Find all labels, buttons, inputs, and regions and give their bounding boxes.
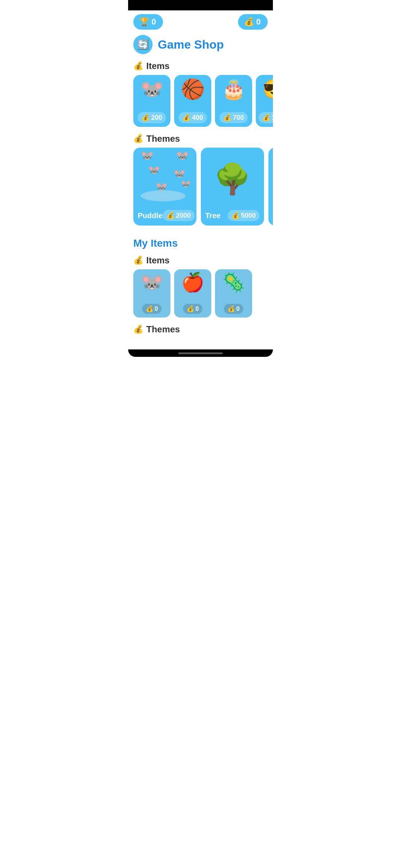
price-value: 700 [233, 114, 244, 122]
theme-card-puddle[interactable]: 🐭 🐭 🐭 🐭 🐭 🐭 Puddle 💰 2000 [133, 148, 196, 226]
price-coin-icon: 💰 [223, 114, 231, 122]
coin-badge: 💰 0 [238, 14, 268, 30]
theme-price-value: 5000 [241, 212, 256, 220]
my-themes-label: Themes [146, 324, 180, 335]
shop-item-emoji: 🏀 [181, 79, 205, 99]
top-bar: 🏆 0 💰 0 [128, 10, 273, 33]
theme-card-bottom: Tree 💰 5000 [205, 210, 260, 221]
themes-section-title: Themes [146, 134, 180, 144]
theme-price-tag: 💰 5000 [228, 210, 260, 221]
my-item-price-tag: 💰 0 [183, 304, 203, 314]
trophy-icon: 🏆 [139, 17, 149, 27]
my-items-label: Items [146, 255, 170, 266]
theme-price-coin-icon: 💰 [231, 211, 239, 220]
home-indicator [178, 352, 223, 354]
my-item-value: 0 [237, 306, 240, 312]
puddle-art: 🐭 🐭 🐭 🐭 🐭 🐭 [133, 148, 196, 211]
my-items-scroll[interactable]: 🐭 💰 0 🍎 💰 0 🦠 💰 0 [128, 269, 273, 322]
my-item-coin-icon: 💰 [228, 305, 235, 312]
price-value: 400 [192, 114, 203, 122]
price-value: 200 [151, 114, 162, 122]
back-icon: 🔄 [137, 39, 149, 50]
theme-card-bottom: Puddle 💰 2000 [138, 210, 192, 221]
price-tag: 💰 400 [179, 112, 207, 123]
my-item-coin-icon: 💰 [146, 305, 153, 312]
bottom-bar [128, 349, 273, 357]
theme-card-worm[interactable]: 🦠 Wor... 💰 ? [268, 148, 273, 226]
shop-item-mouse[interactable]: 🐭 💰 200 [133, 75, 170, 127]
shop-items-header: 💰 Items [128, 59, 273, 75]
my-item-coin-icon: 💰 [187, 305, 194, 312]
price-value: 1000 [272, 114, 273, 122]
page-title: Game Shop [158, 38, 224, 52]
my-item-emoji: 🦠 [222, 273, 245, 292]
theme-card-tree[interactable]: 🌳 Tree 💰 5000 [201, 148, 264, 226]
theme-name: Puddle [138, 211, 163, 220]
theme-art-tree: 🌳 [201, 148, 264, 211]
coin-count: 0 [256, 17, 261, 27]
items-section-icon: 💰 [133, 61, 143, 71]
coin-icon: 💰 [244, 17, 254, 27]
theme-name: Tree [205, 211, 221, 220]
theme-price-value: 2000 [176, 212, 191, 220]
trophy-badge: 🏆 0 [133, 14, 163, 30]
my-item-my-mouse[interactable]: 🐭 💰 0 [133, 269, 170, 318]
status-bar [128, 0, 273, 10]
themes-section-icon: 💰 [133, 134, 143, 144]
shop-item-cake[interactable]: 🎂 💰 700 [215, 75, 252, 127]
theme-price-tag: 💰 2000 [163, 210, 195, 221]
my-items-icon: 💰 [133, 256, 143, 265]
my-themes-icon: 💰 [133, 325, 143, 334]
back-button[interactable]: 🔄 [133, 35, 153, 54]
my-themes-header: 💰 Themes [128, 322, 273, 338]
shop-item-emoji: 🐭 [140, 79, 164, 99]
shop-items-scroll[interactable]: 🐭 💰 200 🏀 💰 400 🎂 💰 700 😎 💰 1000 [128, 75, 273, 131]
price-coin-icon: 💰 [262, 114, 270, 122]
shop-item-emoji: 😎 [263, 79, 273, 99]
my-item-price-tag: 💰 0 [142, 304, 162, 314]
my-item-value: 0 [196, 306, 199, 312]
price-tag: 💰 700 [219, 112, 248, 123]
page-header: 🔄 Game Shop [128, 33, 273, 59]
shop-themes-header: 💰 Themes [128, 131, 273, 148]
my-items-title: My Items [128, 234, 273, 253]
price-coin-icon: 💰 [141, 114, 150, 122]
theme-art-worm: 🦠 [268, 148, 273, 211]
my-item-emoji: 🍎 [181, 273, 204, 292]
shop-item-coolface[interactable]: 😎 💰 1000 [256, 75, 273, 127]
my-items-items-header: 💰 Items [128, 253, 273, 269]
my-item-price-tag: 💰 0 [224, 304, 244, 314]
theme-price-coin-icon: 💰 [166, 211, 175, 220]
my-item-my-apple[interactable]: 🍎 💰 0 [174, 269, 211, 318]
shop-themes-scroll[interactable]: 🐭 🐭 🐭 🐭 🐭 🐭 Puddle 💰 2000 🌳 Tree 💰 5000 [128, 148, 273, 231]
price-coin-icon: 💰 [182, 114, 190, 122]
my-item-value: 0 [155, 306, 158, 312]
items-section-title: Items [146, 61, 170, 71]
my-items-section: My Items 💰 Items 🐭 💰 0 🍎 💰 0 🦠 💰 0 💰 The… [128, 231, 273, 338]
my-item-emoji: 🐭 [140, 273, 163, 292]
my-item-my-virus[interactable]: 🦠 💰 0 [215, 269, 252, 318]
price-tag: 💰 1000 [258, 112, 273, 123]
price-tag: 💰 200 [138, 112, 166, 123]
trophy-count: 0 [151, 17, 156, 27]
shop-item-emoji: 🎂 [222, 79, 246, 99]
shop-item-basketball[interactable]: 🏀 💰 400 [174, 75, 211, 127]
